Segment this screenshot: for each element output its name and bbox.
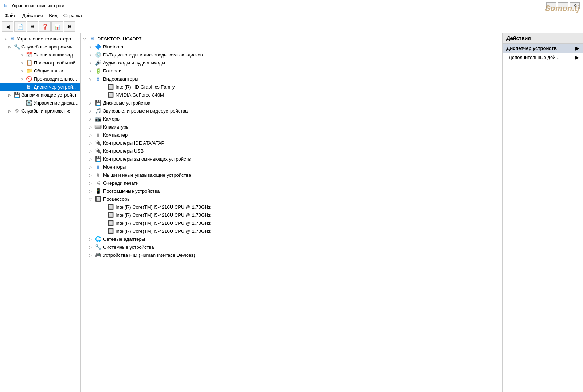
tree-disk-toggle: ▷ <box>88 101 93 105</box>
toolbar-btn-computer[interactable]: 🖥 <box>27 21 38 32</box>
tree-item-nvidia[interactable]: 🔲 NVIDIA GeForce 840M <box>81 91 502 99</box>
sidebar-events-toggle: ▷ <box>20 61 24 65</box>
tree-item-audio[interactable]: ▷ 🔊 Аудиовходы и аудиовыходы <box>81 59 502 67</box>
sidebar-item-scheduler[interactable]: ▷ 📅 Планировщик задани <box>0 51 80 59</box>
tree-item-print[interactable]: ▷ 🖨 Очереди печати <box>81 179 502 187</box>
sidebar-item-services[interactable]: ▷ ⚙ Службы и приложения <box>0 107 80 115</box>
tree-item-system[interactable]: ▷ 🔧 Системные устройства <box>81 243 502 251</box>
sidebar-item-diskmgmt[interactable]: 💽 Управление дисками <box>0 99 80 107</box>
sidebar-folders-icon: 📁 <box>26 68 32 74</box>
toolbar-btn-help[interactable]: ❓ <box>39 21 51 32</box>
tree-item-usb[interactable]: ▷ 🔌 Контроллеры USB <box>81 147 502 155</box>
sidebar-item-tools[interactable]: ▷ 🔧 Служебные программы <box>0 43 80 51</box>
tree-cpu-label: Процессоры <box>103 196 130 202</box>
tree-item-cpu-2[interactable]: 🔲 Intel(R) Core(TM) i5-4210U CPU @ 1.70G… <box>81 219 502 227</box>
sidebar-root[interactable]: ▷ 🖥 Управление компьютером (л <box>0 35 80 43</box>
tree-item-camera[interactable]: ▷ 📷 Камеры <box>81 115 502 123</box>
tree-audio-toggle: ▷ <box>88 61 93 65</box>
tree-item-prog[interactable]: ▷ 📱 Программные устройства <box>81 187 502 195</box>
sidebar-devmgr-icon: 🖥 <box>26 84 32 90</box>
tree-sound-toggle: ▷ <box>88 109 93 113</box>
tree-root-label: DESKTOP-IUG4DP7 <box>97 36 142 42</box>
tree-item-monitor[interactable]: ▷ 🖥 Мониторы <box>81 163 502 171</box>
actions-section-title-label: Диспетчер устройств <box>506 46 557 51</box>
menu-action[interactable]: Действие <box>19 12 46 19</box>
sidebar-item-devmgr[interactable]: 🖥 Диспетчер устройств <box>0 83 80 91</box>
sidebar-events-icon: 📋 <box>26 60 32 66</box>
tree-item-sound[interactable]: ▷ 🎵 Звуковые, игровые и видеоустройства <box>81 107 502 115</box>
tree-item-mouse[interactable]: ▷ 🖱 Мыши и иные указывающие устройства <box>81 171 502 179</box>
sidebar-item-performance[interactable]: ▷ 🚫 Производительность <box>0 75 80 83</box>
tree-audio-label: Аудиовходы и аудиовыходы <box>103 60 165 66</box>
tree-item-cpu-1[interactable]: 🔲 Intel(R) Core(TM) i5-4210U CPU @ 1.70G… <box>81 211 502 219</box>
tree-usb-label: Контроллеры USB <box>103 148 144 154</box>
tree-item-bluetooth[interactable]: ▷ 🔷 Bluetooth <box>81 43 502 51</box>
toolbar-btn-chart[interactable]: 📊 <box>51 21 63 32</box>
sidebar-item-events[interactable]: ▷ 📋 Просмотр событий <box>0 59 80 67</box>
tree-mouse-icon: 🖱 <box>94 172 102 178</box>
sidebar-root-label: Управление компьютером (л <box>17 36 79 42</box>
tree-item-disk[interactable]: ▷ 💾 Дисковые устройства <box>81 99 502 107</box>
tree-audio-icon: 🔊 <box>94 59 102 66</box>
tree-video-icon: 🖥 <box>94 75 102 82</box>
actions-section-devmgr[interactable]: Диспетчер устройств ▶ <box>503 44 583 53</box>
tree-network-label: Сетевые адаптеры <box>103 236 145 242</box>
actions-item-more[interactable]: Дополнительные дей... ▶ <box>503 53 583 62</box>
sidebar-item-folders[interactable]: ▷ 📁 Общие папки <box>0 67 80 75</box>
content-pane: ▽ 🖥 DESKTOP-IUG4DP7 ▷ 🔷 Bluetooth ▷ 💿 DV… <box>81 33 502 392</box>
tree-root[interactable]: ▽ 🖥 DESKTOP-IUG4DP7 <box>81 35 502 43</box>
menu-file[interactable]: Файл <box>2 12 19 19</box>
tree-item-battery[interactable]: ▷ 🔋 Батареи <box>81 67 502 75</box>
tree-sound-label: Звуковые, игровые и видеоустройства <box>103 108 188 114</box>
tree-item-computer[interactable]: ▷ 🖥 Компьютер <box>81 131 502 139</box>
tree-monitor-label: Мониторы <box>103 164 126 170</box>
tree-item-cpu-3[interactable]: 🔲 Intel(R) Core(TM) i5-4210U CPU @ 1.70G… <box>81 227 502 235</box>
sidebar-folders-label: Общие папки <box>34 68 63 74</box>
sidebar-perf-label: Производительность <box>34 76 79 82</box>
tree-cpu0-icon: 🔲 <box>107 204 114 210</box>
sidebar-storage-label: Запоминающие устройст <box>21 92 77 98</box>
sidebar-folders-toggle: ▷ <box>20 69 24 73</box>
tree-bluetooth-label: Bluetooth <box>103 44 123 50</box>
menu-view[interactable]: Вид <box>46 12 60 19</box>
tree-item-ide[interactable]: ▷ 🔌 Контроллеры IDE ATA/ATAPI <box>81 139 502 147</box>
maximize-button[interactable]: □ <box>558 2 568 9</box>
tree-cpu3-label: Intel(R) Core(TM) i5-4210U CPU @ 1.70GHz <box>116 228 211 234</box>
sidebar-storage-icon: 💾 <box>13 92 20 98</box>
tree-network-icon: 🌐 <box>94 236 102 242</box>
tree-intel-hd-icon: 🔲 <box>107 83 114 90</box>
title-bar-left: 🖥 Управление компьютером <box>3 3 64 9</box>
toolbar-btn-doc[interactable]: 📄 <box>14 21 26 32</box>
menu-help[interactable]: Справка <box>60 12 85 19</box>
sidebar-item-storage[interactable]: ▷ 💾 Запоминающие устройст <box>0 91 80 99</box>
tree-print-toggle: ▷ <box>88 181 93 185</box>
window-title: Управление компьютером <box>11 3 64 8</box>
minimize-button[interactable]: ─ <box>546 2 556 9</box>
tree-cpu2-icon: 🔲 <box>107 220 114 226</box>
tree-system-icon: 🔧 <box>94 244 102 250</box>
tree-item-storage-ctrl[interactable]: ▷ 💾 Контроллеры запоминающих устройств <box>81 155 502 163</box>
toolbar-btn-back[interactable]: ◀ <box>2 21 13 32</box>
sidebar-root-toggle: ▷ <box>3 37 8 41</box>
tree-prog-toggle: ▷ <box>88 189 93 193</box>
toolbar: ◀ 📄 🖥 ❓ 📊 🖥 <box>0 20 583 33</box>
tree-item-hid[interactable]: ▷ 🎮 Устройства HID (Human Interface Devi… <box>81 251 502 259</box>
sidebar-diskmgmt-label: Управление дисками <box>34 100 79 106</box>
close-button[interactable]: ✕ <box>570 2 580 9</box>
tree-monitor-icon: 🖥 <box>94 164 102 170</box>
toolbar-btn-monitor[interactable]: 🖥 <box>64 21 75 32</box>
tree-item-cpu[interactable]: ▽ 🔲 Процессоры <box>81 195 502 203</box>
tree-battery-icon: 🔋 <box>94 67 102 74</box>
tree-nvidia-label: NVIDIA GeForce 840M <box>116 92 164 98</box>
tree-item-intel-hd[interactable]: 🔲 Intel(R) HD Graphics Family <box>81 83 502 91</box>
tree-item-network[interactable]: ▷ 🌐 Сетевые адаптеры <box>81 235 502 243</box>
tree-hid-icon: 🎮 <box>94 252 102 258</box>
tree-item-video[interactable]: ▽ 🖥 Видеоадаптеры <box>81 75 502 83</box>
sidebar-devmgr-label: Диспетчер устройств <box>34 84 79 90</box>
sidebar-services-label: Службы и приложения <box>21 108 72 114</box>
tree-monitor-toggle: ▷ <box>88 165 93 169</box>
sidebar-scheduler-icon: 📅 <box>26 52 32 58</box>
tree-item-cpu-0[interactable]: 🔲 Intel(R) Core(TM) i5-4210U CPU @ 1.70G… <box>81 203 502 211</box>
tree-item-keyboard[interactable]: ▷ ⌨ Клавиатуры <box>81 123 502 131</box>
tree-item-dvd[interactable]: ▷ 💿 DVD-дисководы и дисководы компакт-ди… <box>81 51 502 59</box>
